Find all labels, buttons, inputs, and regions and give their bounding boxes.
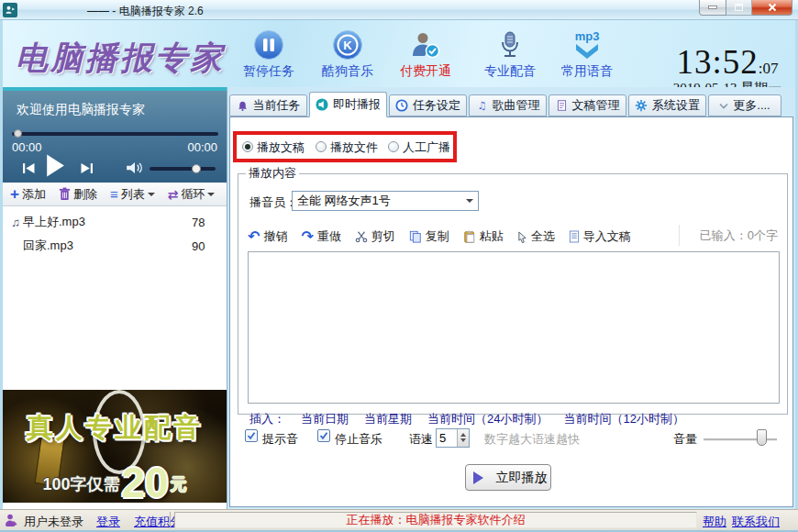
insert-current-time-24h[interactable]: 当前时间（24小时制） [427,411,548,427]
tab-more[interactable]: 更多.... [708,94,781,116]
help-link[interactable]: 帮助 [703,514,726,530]
track-name: 早上好.mp3 [23,214,192,230]
ad-banner[interactable]: 真人专业配音 100字仅需 20 元 [3,390,227,503]
playlist-row[interactable]: ♫ 早上好.mp3 78 [3,210,227,234]
list-button[interactable]: ≡ 列表 [110,186,155,203]
playlist-row[interactable]: 回家.mp3 90 [3,234,227,258]
tab-label: 当前任务 [253,97,301,114]
kugou-music-button[interactable]: K 酷狗音乐 [311,29,384,80]
cut-label: 剪切 [371,228,395,245]
next-button[interactable] [80,162,94,177]
radio-play-file[interactable] [316,141,327,152]
window-controls [699,0,792,16]
tab-script-management[interactable]: 文稿管理 [549,94,626,116]
loop-icon: ⇄ [168,187,179,202]
tab-label: 更多.... [733,97,770,114]
common-voice-button[interactable]: mp3 常用语音 [550,29,624,80]
select-all-label: 全选 [531,228,555,245]
paste-button[interactable]: 粘贴 [463,228,504,245]
app-logo: 电脑播报专家 [16,37,225,80]
cut-button[interactable]: 剪切 [355,228,395,245]
play-content-group: 播放内容 播音员： 全能 网络女声1号 ↶ 撤销 ↷ 重做 [238,165,788,415]
pro-dubbing-button[interactable]: 专业配音 [473,29,547,80]
close-button[interactable] [752,0,792,16]
add-button[interactable]: + 添加 [10,186,46,203]
radio-manual-broadcast[interactable] [388,141,399,152]
clock-icon [395,99,408,112]
chevron-down-icon [466,199,473,206]
microphone-icon [473,29,547,62]
select-all-button[interactable]: 全选 [517,228,555,245]
ad-price: 20 [121,464,168,501]
left-panel: 欢迎使用电脑播报专家 00:00 00:00 + [3,87,227,509]
track-value: 90 [192,239,227,253]
radio-label[interactable]: 人工广播 [403,139,450,156]
minimize-button[interactable] [699,0,726,16]
tab-bar: 当前任务 即时播报 任务设定 ♫ 歌曲管理 文稿管理 系统设置 [229,92,783,116]
insert-row: 插入： 当前日期 当前星期 当前时间（24小时制） 当前时间（12小时制） [249,411,684,427]
mp3-icon: mp3 [550,29,624,62]
contact-link[interactable]: 联系我们 [732,514,780,530]
titlebar: —— - 电脑播报专家 2.6 [0,0,798,20]
radio-label[interactable]: 播放文件 [330,139,378,156]
speed-input[interactable] [437,429,457,447]
stepper-buttons[interactable] [457,429,469,447]
plus-icon: + [10,188,19,201]
volume-icon[interactable] [126,161,144,178]
radio-label[interactable]: 播放文稿 [257,139,305,156]
login-link[interactable]: 登录 [96,514,120,530]
pause-icon [232,29,305,62]
tab-system-settings[interactable]: 系统设置 [628,94,706,116]
beep-checkbox[interactable] [245,429,258,442]
insert-current-date[interactable]: 当前日期 [301,411,349,427]
insert-current-weekday[interactable]: 当前星期 [364,411,412,427]
loop-button[interactable]: ⇄ 循环 [168,186,216,203]
tab-instant-broadcast[interactable]: 即时播报 [309,92,387,117]
undo-button[interactable]: ↶ 撤销 [248,228,287,245]
beep-label[interactable]: 提示音 [262,431,298,448]
copy-button[interactable]: 复制 [409,228,449,245]
script-textarea[interactable] [248,251,780,404]
radio-play-script[interactable] [242,141,253,152]
volume-knob[interactable] [192,164,201,173]
stop-music-checkbox[interactable] [317,429,330,442]
delete-button[interactable]: 删除 [59,186,97,203]
stop-music-label[interactable]: 停止音乐 [335,431,382,448]
play-now-button[interactable]: 立即播放 [465,464,551,491]
action-label: 专业配音 [473,63,547,80]
step-up-icon [460,430,466,437]
tab-current-tasks[interactable]: 当前任务 [229,94,307,116]
app-icon[interactable] [3,3,17,17]
next-icon [80,162,94,174]
user-icon [4,513,18,530]
previous-button[interactable] [21,162,36,177]
maximize-button[interactable] [726,0,752,16]
tab-task-settings[interactable]: 任务设定 [389,94,467,116]
play-now-label: 立即播放 [496,470,548,486]
tab-song-management[interactable]: ♫ 歌曲管理 [469,94,547,116]
play-button[interactable] [45,153,65,181]
group-legend: 播放内容 [246,165,299,182]
kugou-icon: K [311,29,384,62]
elapsed-time: 00:00 [12,140,42,154]
import-script-button[interactable]: 导入文稿 [569,228,631,245]
redo-button[interactable]: ↷ 重做 [301,228,340,245]
pay-activate-button[interactable]: 付费开通 [389,29,462,80]
progress-knob[interactable] [14,129,22,138]
volume-slider[interactable] [150,167,216,171]
header: 电脑播报专家 暂停任务 K 酷狗音乐 付费开通 专业配音 [3,20,795,87]
announcer-select[interactable]: 全能 网络女声1号 [292,191,479,211]
tab-content: 播放文稿 播放文件 人工广播 播放内容 播音员： 全能 网络女声1号 ↶ 撤销 [229,116,793,507]
undo-icon: ↶ [248,230,260,243]
list-icon: ≡ [110,186,118,202]
dropdown-button[interactable] [461,192,478,210]
user-check-icon [389,29,462,62]
insert-current-time-12h[interactable]: 当前时间（12小时制） [563,411,683,427]
ad-price-suffix: 元 [171,473,187,501]
progress-bar[interactable] [12,132,218,136]
status-bar: 用户未登录 登录 充值积分 正在播放：电脑播报专家软件介绍 帮助 联系我们 [0,509,798,530]
copy-label: 复制 [426,228,449,245]
output-volume-thumb[interactable] [757,429,767,446]
playlist-toolbar: + 添加 删除 ≡ 列表 ⇄ 循环 [3,183,227,206]
pause-task-button[interactable]: 暂停任务 [232,29,305,80]
